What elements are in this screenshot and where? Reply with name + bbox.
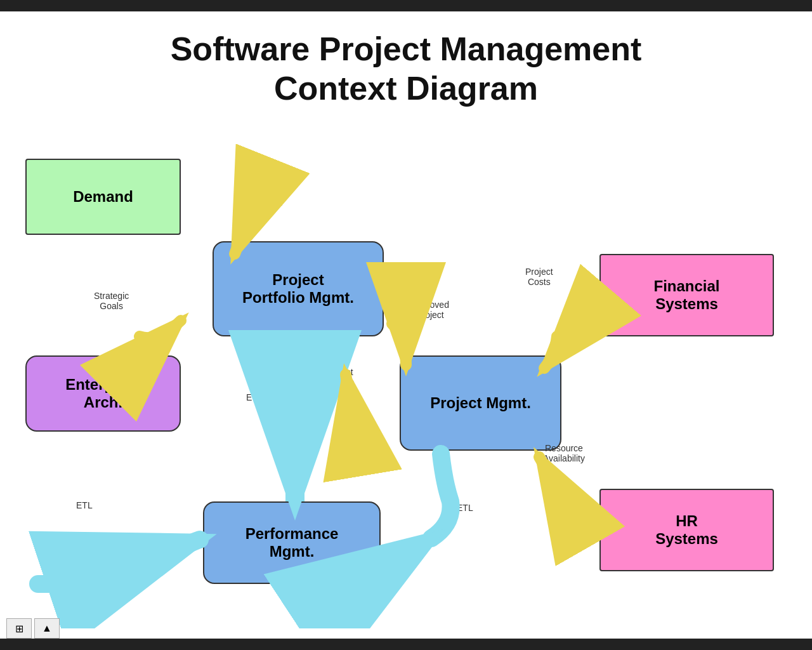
project-proposal-label: Project Proposal	[247, 187, 282, 208]
financial-box: Financial Systems	[599, 254, 774, 336]
diagram-area: Demand Project Portfolio Mgmt. Enterpris…	[0, 127, 812, 628]
etl-bottom-right-label: ETL	[457, 503, 473, 513]
toolbar-btn-2[interactable]: ▲	[34, 618, 60, 639]
ppm-box: Project Portfolio Mgmt.	[213, 241, 384, 336]
bottom-toolbar: ⊞ ▲	[6, 618, 60, 639]
resource-availability-label: Resource Availability	[543, 443, 585, 463]
enterprise-box: Enterprise Arch.	[25, 355, 181, 432]
project-costs-label: Project Costs	[525, 267, 553, 287]
performance-box: Performance Mgmt.	[203, 501, 381, 584]
toolbar-btn-1[interactable]: ⊞	[6, 618, 32, 639]
page-title: Software Project Management Context Diag…	[0, 11, 812, 109]
approved-project-label: Approved Project	[411, 300, 449, 320]
hr-box: HR Systems	[599, 489, 774, 571]
etl-bottom-left-label: ETL	[76, 500, 93, 510]
top-bar	[0, 0, 812, 11]
strategic-goals-label: Strategic Goals	[94, 291, 129, 311]
bottom-bar	[0, 639, 812, 650]
demand-box: Demand	[25, 159, 181, 235]
project-mgmt-box: Project Mgmt.	[400, 355, 561, 451]
etl-left-label: ETL	[246, 392, 263, 402]
project-actuals-label: Project Actuals	[325, 367, 354, 387]
